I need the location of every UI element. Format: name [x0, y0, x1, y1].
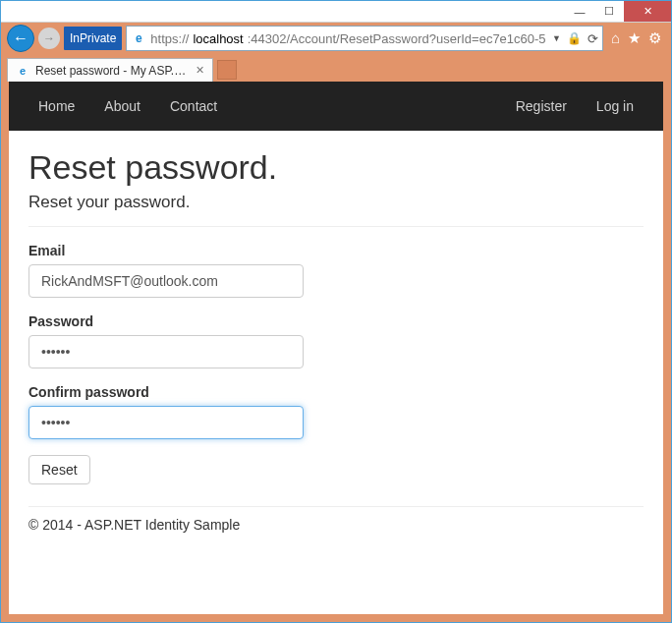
- form-group-email: Email: [28, 243, 644, 298]
- nav-forward-button[interactable]: →: [38, 28, 60, 49]
- confirm-password-label: Confirm password: [28, 384, 644, 400]
- nav-link-contact[interactable]: Contact: [170, 98, 217, 114]
- browser-viewport: Home About Contact Register Log in Reset…: [1, 82, 671, 622]
- browser-toolbar: ← → InPrivate e https://localhost:44302/…: [1, 23, 671, 54]
- ie-icon: e: [131, 30, 146, 46]
- browser-window: — ☐ ✕ ← → InPrivate e https://localhost:…: [0, 0, 672, 623]
- navbar-left: Home About Contact: [38, 98, 217, 114]
- window-maximize-button[interactable]: ☐: [594, 1, 624, 22]
- email-field[interactable]: [28, 264, 304, 298]
- main-container: Reset password. Reset your password. Ema…: [9, 131, 663, 542]
- nav-link-login[interactable]: Log in: [596, 98, 634, 114]
- arrow-right-icon: →: [43, 31, 55, 45]
- tab-title: Reset password - My ASP.N...: [35, 64, 190, 78]
- window-minimize-button[interactable]: —: [565, 1, 594, 22]
- footer-text: © 2014 - ASP.NET Identity Sample: [28, 517, 644, 533]
- address-bar[interactable]: e https://localhost:44302/Account/ResetP…: [126, 26, 603, 51]
- nav-link-about[interactable]: About: [104, 98, 140, 114]
- refresh-icon[interactable]: ⟳: [588, 31, 598, 46]
- window-titlebar: — ☐ ✕: [1, 1, 671, 23]
- form-group-confirm-password: Confirm password: [28, 384, 644, 439]
- gear-icon[interactable]: ⚙: [648, 29, 661, 47]
- divider: [28, 226, 644, 227]
- nav-link-home[interactable]: Home: [38, 98, 75, 114]
- site-navbar: Home About Contact Register Log in: [9, 82, 663, 131]
- inprivate-badge: InPrivate: [64, 27, 122, 50]
- page-content: Home About Contact Register Log in Reset…: [9, 82, 663, 614]
- arrow-left-icon: ←: [13, 29, 28, 47]
- tab-strip: e Reset password - My ASP.N... ✕: [1, 54, 671, 82]
- password-label: Password: [28, 313, 644, 329]
- reset-button[interactable]: Reset: [28, 455, 90, 484]
- navbar-right: Register Log in: [516, 98, 634, 114]
- browser-action-icons: ⌂ ★ ⚙: [607, 29, 665, 47]
- url-protocol: https://: [150, 31, 189, 46]
- nav-back-button[interactable]: ←: [7, 25, 34, 52]
- confirm-password-field[interactable]: [28, 406, 304, 439]
- footer-divider: [28, 506, 644, 507]
- home-icon[interactable]: ⌂: [611, 29, 620, 47]
- favorites-icon[interactable]: ★: [628, 29, 641, 47]
- ie-icon: e: [16, 64, 29, 78]
- browser-tab[interactable]: e Reset password - My ASP.N... ✕: [7, 58, 213, 82]
- window-close-button[interactable]: ✕: [624, 1, 671, 22]
- tab-close-icon[interactable]: ✕: [196, 64, 204, 77]
- new-tab-button[interactable]: [217, 60, 237, 80]
- url-path: :44302/Account/ResetPassword?userId=ec7e…: [248, 31, 546, 46]
- form-group-password: Password: [28, 313, 644, 368]
- nav-link-register[interactable]: Register: [516, 98, 567, 114]
- page-subtitle: Reset your password.: [28, 193, 644, 212]
- chevron-down-icon[interactable]: ▼: [552, 33, 561, 43]
- lock-icon[interactable]: 🔒: [567, 31, 582, 45]
- page-title: Reset password.: [28, 148, 644, 187]
- password-field[interactable]: [28, 335, 304, 368]
- url-host: localhost: [193, 31, 243, 46]
- email-label: Email: [28, 243, 644, 258]
- addressbar-controls: ▼ 🔒 ⟳: [552, 31, 598, 46]
